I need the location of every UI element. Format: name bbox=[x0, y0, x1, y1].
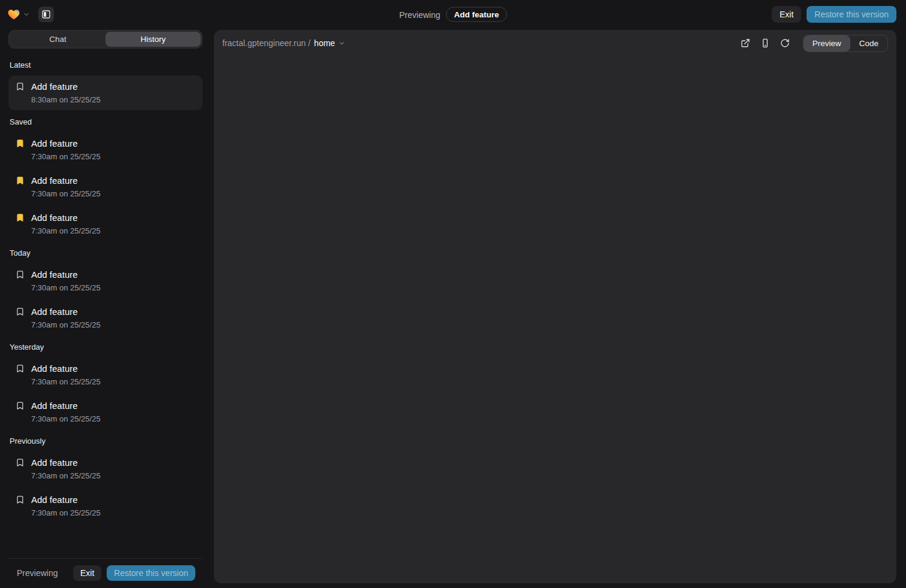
history-item-time: 7:30am on 25/25/25 bbox=[31, 376, 101, 387]
refresh-preview-button[interactable] bbox=[777, 35, 793, 51]
history-item[interactable]: Add feature 7:30am on 25/25/25 bbox=[8, 489, 203, 523]
content-area: Chat History Latest Add feature 8:30am o… bbox=[0, 29, 906, 588]
history-item-time: 7:30am on 25/25/25 bbox=[31, 282, 101, 293]
topbar-left bbox=[7, 7, 54, 22]
history-item[interactable]: Add feature 7:30am on 25/25/25 bbox=[8, 207, 203, 241]
history-item-text: Add feature 7:30am on 25/25/25 bbox=[31, 493, 101, 519]
history-sidebar: Chat History Latest Add feature 8:30am o… bbox=[8, 30, 203, 583]
sidebar-tabs: Chat History bbox=[8, 30, 203, 49]
history-item-time: 7:30am on 25/25/25 bbox=[31, 507, 101, 519]
preview-panel: fractal.gptengineer.run / home bbox=[214, 30, 896, 583]
section-title: Latest bbox=[8, 57, 203, 75]
history-section: Yesterday Add feature 7:30am on 25/25/25… bbox=[8, 339, 203, 429]
mobile-device-icon bbox=[760, 38, 770, 48]
history-item-title: Add feature bbox=[31, 305, 101, 319]
previewing-label: Previewing bbox=[399, 10, 440, 19]
app-logo-menu[interactable] bbox=[7, 8, 30, 21]
top-bar: Previewing Add feature Exit Restore this… bbox=[0, 0, 906, 29]
history-section: Latest Add feature 8:30am on 25/25/25 bbox=[8, 57, 203, 110]
history-item-title: Add feature bbox=[31, 174, 101, 187]
history-item-time: 8:30am on 25/25/25 bbox=[31, 94, 101, 105]
sidebar-footer: Previewing Exit Restore this version bbox=[8, 558, 203, 583]
exit-button[interactable]: Exit bbox=[73, 565, 101, 581]
previewing-label: Previewing bbox=[17, 568, 58, 578]
history-item[interactable]: Add feature 7:30am on 25/25/25 bbox=[8, 132, 203, 167]
history-item-text: Add feature 7:30am on 25/25/25 bbox=[31, 211, 101, 237]
preview-viewport bbox=[214, 56, 896, 583]
bookmark-outline-icon bbox=[16, 270, 25, 279]
history-item-title: Add feature bbox=[31, 493, 101, 507]
history-item[interactable]: Add feature 7:30am on 25/25/25 bbox=[8, 395, 203, 429]
history-item[interactable]: Add feature 7:30am on 25/25/25 bbox=[8, 301, 203, 335]
tab-chat[interactable]: Chat bbox=[10, 32, 105, 47]
preview-code-toggle: Preview Code bbox=[803, 35, 888, 52]
sidebar-panel-icon bbox=[41, 10, 51, 19]
history-item[interactable]: Add feature 7:30am on 25/25/25 bbox=[8, 357, 203, 392]
history-item-time: 7:30am on 25/25/25 bbox=[31, 470, 101, 481]
history-item-title: Add feature bbox=[31, 80, 101, 93]
exit-button[interactable]: Exit bbox=[772, 6, 801, 23]
mobile-view-button[interactable] bbox=[757, 35, 773, 51]
history-item-title: Add feature bbox=[31, 268, 101, 281]
bookmark-outline-icon bbox=[16, 495, 25, 504]
history-item-text: Add feature 7:30am on 25/25/25 bbox=[31, 456, 101, 481]
history-item-title: Add feature bbox=[31, 362, 101, 375]
history-section: Previously Add feature 7:30am on 25/25/2… bbox=[8, 433, 203, 523]
section-title: Yesterday bbox=[8, 339, 203, 357]
restore-version-button[interactable]: Restore this version bbox=[807, 6, 896, 23]
history-item-time: 7:30am on 25/25/25 bbox=[31, 188, 101, 199]
history-item-time: 7:30am on 25/25/25 bbox=[31, 413, 101, 425]
refresh-icon bbox=[780, 38, 790, 48]
tab-code[interactable]: Code bbox=[850, 35, 887, 51]
history-item[interactable]: Add feature 7:30am on 25/25/25 bbox=[8, 451, 203, 486]
history-section: Saved Add feature 7:30am on 25/25/25 Add… bbox=[8, 114, 203, 241]
section-title: Today bbox=[8, 245, 203, 263]
history-item-title: Add feature bbox=[31, 211, 101, 225]
history-item-text: Add feature 7:30am on 25/25/25 bbox=[31, 362, 101, 387]
history-item-text: Add feature 7:30am on 25/25/25 bbox=[31, 305, 101, 331]
section-items: Add feature 7:30am on 25/25/25 Add featu… bbox=[8, 451, 203, 523]
topbar-actions: Exit Restore this version bbox=[772, 6, 896, 23]
section-title: Saved bbox=[8, 114, 203, 132]
section-items: Add feature 8:30am on 25/25/25 bbox=[8, 75, 203, 110]
history-list[interactable]: Latest Add feature 8:30am on 25/25/25 Sa… bbox=[8, 49, 203, 558]
bookmark-outline-icon bbox=[16, 458, 25, 467]
history-item-text: Add feature 7:30am on 25/25/25 bbox=[31, 399, 101, 425]
history-item-time: 7:30am on 25/25/25 bbox=[31, 319, 101, 331]
bookmark-outline-icon bbox=[16, 82, 25, 91]
preview-url-selector[interactable]: fractal.gptengineer.run / home bbox=[222, 38, 345, 48]
history-item[interactable]: Add feature 8:30am on 25/25/25 bbox=[8, 75, 203, 110]
section-items: Add feature 7:30am on 25/25/25 Add featu… bbox=[8, 132, 203, 241]
history-item-title: Add feature bbox=[31, 399, 101, 413]
history-item[interactable]: Add feature 7:30am on 25/25/25 bbox=[8, 169, 203, 204]
open-in-new-tab-button[interactable] bbox=[738, 35, 753, 51]
bookmark-filled-icon bbox=[16, 176, 25, 185]
lovable-heart-logo-icon bbox=[7, 8, 20, 21]
history-item-text: Add feature 7:30am on 25/25/25 bbox=[31, 268, 101, 293]
section-items: Add feature 7:30am on 25/25/25 Add featu… bbox=[8, 263, 203, 335]
external-link-icon bbox=[741, 38, 750, 48]
bookmark-filled-icon bbox=[16, 139, 25, 148]
restore-version-button[interactable]: Restore this version bbox=[107, 565, 195, 581]
section-items: Add feature 7:30am on 25/25/25 Add featu… bbox=[8, 357, 203, 429]
history-item-time: 7:30am on 25/25/25 bbox=[31, 225, 101, 237]
preview-url-domain: fractal.gptengineer.run / bbox=[222, 38, 310, 48]
section-title: Previously bbox=[8, 433, 203, 451]
version-badge: Add feature bbox=[446, 7, 507, 22]
preview-header-actions: Preview Code bbox=[738, 35, 888, 52]
preview-url-route: home bbox=[314, 38, 335, 48]
tab-preview[interactable]: Preview bbox=[804, 35, 850, 51]
chevron-down-icon bbox=[23, 11, 30, 18]
history-section: Today Add feature 7:30am on 25/25/25 Add… bbox=[8, 245, 203, 335]
bookmark-outline-icon bbox=[16, 401, 25, 410]
history-item-text: Add feature 7:30am on 25/25/25 bbox=[31, 174, 101, 199]
history-item-title: Add feature bbox=[31, 137, 101, 150]
bookmark-outline-icon bbox=[16, 364, 25, 373]
toggle-sidebar-button[interactable] bbox=[38, 7, 54, 22]
history-item[interactable]: Add feature 7:30am on 25/25/25 bbox=[8, 263, 203, 298]
history-item-text: Add feature 8:30am on 25/25/25 bbox=[31, 80, 101, 105]
history-item-text: Add feature 7:30am on 25/25/25 bbox=[31, 137, 101, 162]
tab-history[interactable]: History bbox=[105, 32, 201, 47]
history-item-title: Add feature bbox=[31, 456, 101, 469]
preview-header: fractal.gptengineer.run / home bbox=[214, 30, 896, 56]
